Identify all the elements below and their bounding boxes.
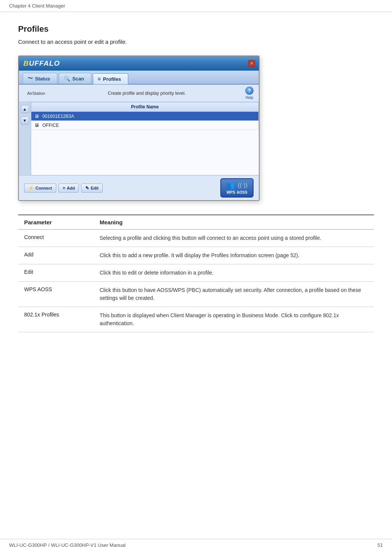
tab-status-label: Status	[35, 76, 50, 82]
wps-aoss-labels: WPS AOSS	[227, 190, 247, 194]
app-tabs: 〜 Status 🔍 Scan ≡ Profiles	[19, 71, 259, 85]
tab-scan-label: Scan	[72, 76, 84, 82]
connect-label: Connect	[35, 186, 52, 190]
help-button[interactable]: ? Help	[245, 86, 254, 100]
wps-aoss-button[interactable]: 👥 ((·)) WPS AOSS	[220, 178, 254, 198]
app-subheader: AirStation Create profile and display pr…	[19, 85, 259, 102]
add-icon: +	[63, 185, 65, 191]
tab-scan[interactable]: 🔍 Scan	[59, 73, 91, 84]
param-name-0: Connect	[18, 230, 94, 247]
app-sidebar: ▲ ▼	[19, 102, 31, 175]
param-row: 802.1x ProfilesThis button is displayed …	[18, 307, 374, 332]
param-meaning-2: Click this to edit or delete information…	[94, 264, 374, 282]
connect-icon: ⚡	[28, 185, 34, 191]
app-subtitle: Create profile and display priority leve…	[108, 91, 186, 96]
page-footer: WLI-UC-G300HP / WLI-UC-G300HP-V1 User Ma…	[0, 539, 392, 551]
wps-aoss-icons: 👥 ((·))	[226, 181, 247, 190]
footer-left-buttons: ⚡ Connect + Add ✎ Edit	[24, 184, 103, 193]
param-name-3: WPS AOSS	[18, 282, 94, 307]
help-label: Help	[246, 96, 254, 100]
airstation-label: AirStation	[24, 90, 48, 96]
profile-name-0: 001601E12B3A	[42, 114, 74, 119]
profiles-icon: ≡	[98, 76, 101, 82]
wps-label: WPS	[227, 190, 235, 194]
connect-button[interactable]: ⚡ Connect	[24, 184, 56, 193]
move-down-button[interactable]: ▼	[21, 116, 29, 125]
param-meaning-3: Click this button to have AOSS/WPS (PBC)…	[94, 282, 374, 307]
param-name-4: 802.1x Profiles	[18, 307, 94, 332]
status-icon: 〜	[28, 75, 33, 82]
profile-name-1: OFFICE	[42, 123, 59, 128]
close-button[interactable]: ×	[248, 60, 255, 67]
empty-list-area	[31, 130, 259, 175]
param-name-1: Add	[18, 247, 94, 264]
footer-page: 51	[378, 542, 383, 548]
profile-icon-selected: 🖥	[34, 113, 39, 119]
aoss-label: AOSS	[237, 190, 247, 194]
app-logo: BUFFALO	[23, 59, 60, 68]
chapter-label: Chapter 4 Client Manager	[9, 3, 65, 9]
app-window: BUFFALO × 〜 Status 🔍 Scan ≡ Profiles	[18, 56, 260, 201]
add-button[interactable]: + Add	[58, 184, 79, 193]
app-titlebar: BUFFALO ×	[19, 56, 259, 71]
main-content: Profiles Connect to an access point or e…	[0, 12, 392, 363]
param-meaning-4: This button is displayed when Client Man…	[94, 307, 374, 332]
param-row: EditClick this to edit or delete informa…	[18, 264, 374, 282]
footer-model: WLI-UC-G300HP / WLI-UC-G300HP-V1 User Ma…	[9, 542, 126, 548]
profile-row-cell: 🖥 001601E12B3A	[31, 112, 259, 121]
edit-label: Edit	[91, 186, 98, 190]
chapter-header: Chapter 4 Client Manager	[0, 0, 392, 12]
add-label: Add	[67, 186, 75, 190]
move-up-button[interactable]: ▲	[21, 105, 29, 113]
tab-status[interactable]: 〜 Status	[23, 73, 57, 84]
tab-profiles-label: Profiles	[103, 76, 121, 82]
section-description: Connect to an access point or edit a pro…	[18, 39, 374, 45]
profile-table: Profile Name 🖥 001601E12B3A	[31, 102, 259, 130]
profile-list-area: Profile Name 🖥 001601E12B3A	[31, 102, 259, 175]
profile-row[interactable]: 🖥 OFFICE	[31, 121, 259, 130]
app-footer: ⚡ Connect + Add ✎ Edit 👥 ((·))	[19, 175, 259, 200]
aoss-icon: ((·))	[238, 182, 247, 189]
parameters-table: Parameter Meaning ConnectSelecting a pro…	[18, 215, 374, 332]
param-col-header: Parameter	[18, 215, 94, 230]
profile-row-cell: 🖥 OFFICE	[31, 121, 259, 130]
app-body: AirStation Create profile and display pr…	[19, 85, 259, 200]
section-title: Profiles	[18, 24, 374, 34]
app-main-area: ▲ ▼ Profile Name	[19, 102, 259, 175]
param-name-2: Edit	[18, 264, 94, 282]
param-meaning-1: Click this to add a new profile. It will…	[94, 247, 374, 264]
param-row: ConnectSelecting a profile and clicking …	[18, 230, 374, 247]
edit-button[interactable]: ✎ Edit	[81, 184, 103, 193]
param-meaning-0: Selecting a profile and clicking this bu…	[94, 230, 374, 247]
profile-icon: 🖥	[34, 122, 39, 128]
meaning-col-header: Meaning	[94, 215, 374, 230]
param-row: WPS AOSSClick this button to have AOSS/W…	[18, 282, 374, 307]
tab-profiles[interactable]: ≡ Profiles	[93, 73, 128, 84]
profile-name-header: Profile Name	[31, 102, 259, 112]
param-row: AddClick this to add a new profile. It w…	[18, 247, 374, 264]
scan-icon: 🔍	[64, 76, 70, 82]
wps-icon: 👥	[226, 181, 235, 190]
help-icon: ?	[245, 86, 254, 95]
profile-row[interactable]: 🖥 001601E12B3A	[31, 112, 259, 121]
edit-icon: ✎	[85, 185, 89, 191]
